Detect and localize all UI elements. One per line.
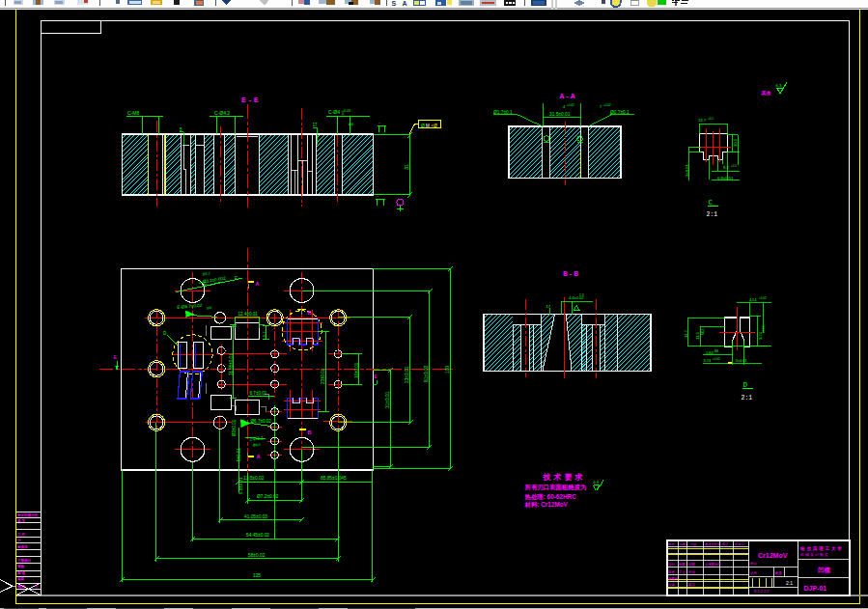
svg-text:+0.1: +0.1: [731, 164, 737, 168]
svg-text:E: E: [204, 282, 207, 287]
svg-text:工艺: 工艺: [679, 570, 686, 574]
svg-text:+0.02: +0.02: [603, 103, 611, 107]
svg-text:标记: 标记: [667, 542, 675, 546]
svg-text:M6: M6: [714, 349, 718, 353]
svg-text:13.5±0.02: 13.5±0.02: [243, 476, 265, 481]
svg-text:7: 7: [600, 105, 602, 109]
svg-text:C: C: [709, 199, 714, 207]
svg-text:S: S: [392, 0, 397, 7]
svg-text:比例: 比例: [750, 571, 757, 575]
svg-text:13.7: 13.7: [698, 118, 707, 123]
svg-text:Ø3±0.01: Ø3±0.01: [232, 419, 237, 436]
svg-text:2:1: 2:1: [786, 580, 793, 586]
svg-text:Cr12MoV: Cr12MoV: [758, 552, 788, 559]
svg-text:Ø6.5: Ø6.5: [253, 443, 261, 448]
svg-text:17: 17: [313, 123, 319, 127]
svg-text:6.7: 6.7: [262, 331, 266, 337]
svg-text:日: 日: [17, 538, 21, 542]
svg-text:A: A: [256, 281, 260, 287]
svg-text:M: M: [426, 124, 430, 128]
svg-text:81±0.02: 81±0.02: [424, 365, 429, 382]
svg-text:E-E: E-E: [241, 96, 260, 104]
svg-text:批准: 批准: [688, 570, 695, 574]
svg-text:校: 校: [34, 585, 39, 589]
svg-text:其余: 其余: [761, 90, 772, 97]
svg-text:1.84: 1.84: [706, 350, 714, 355]
svg-text:12.4±0.01: 12.4±0.01: [238, 312, 259, 317]
svg-text:所有刃口表面粗糙度为: 所有刃口表面粗糙度为: [524, 484, 587, 491]
svg-text:描图: 描图: [688, 563, 695, 567]
svg-text:E: E: [375, 374, 378, 379]
svg-text:M12: M12: [701, 329, 705, 335]
svg-text:41.05±0.03: 41.05±0.03: [244, 514, 267, 519]
svg-text:6.7±0.01: 6.7±0.01: [250, 391, 267, 396]
svg-text:分区: 分区: [690, 542, 697, 546]
svg-text:23±0.01: 23±0.01: [321, 368, 325, 384]
svg-text:+0.1: +0.1: [708, 117, 714, 121]
svg-text:E: E: [235, 276, 238, 281]
svg-text:1.5: 1.5: [579, 293, 584, 297]
svg-text:热处理: 60-62HRC: 热处理: 60-62HRC: [524, 493, 577, 501]
svg-text:2:1: 2:1: [742, 395, 753, 401]
svg-text:底图号: 底图号: [668, 577, 679, 581]
svg-text:签名: 签名: [722, 542, 728, 546]
svg-text:B-B: B-B: [563, 269, 579, 278]
svg-text:31.5±0.01: 31.5±0.01: [549, 112, 571, 117]
svg-text:A: A: [403, 0, 407, 7]
svg-text:3±0.01: 3±0.01: [736, 358, 748, 363]
svg-text:审核: 审核: [668, 570, 675, 574]
svg-text:D: D: [743, 381, 748, 389]
svg-text:14.7: 14.7: [684, 329, 688, 338]
svg-text:~: ~: [377, 195, 378, 199]
svg-text:<Ø: <Ø: [432, 124, 438, 128]
svg-text:3±0.01: 3±0.01: [685, 164, 689, 177]
svg-text:会签: 会签: [16, 577, 25, 581]
svg-text:Ø1.7±0.1: Ø1.7±0.1: [493, 110, 513, 115]
svg-text:54.45±0.02: 54.45±0.02: [246, 533, 269, 538]
svg-text:31: 31: [404, 164, 409, 170]
svg-text:日期: 日期: [668, 583, 675, 587]
svg-text:31±0.01: 31±0.01: [385, 391, 390, 408]
svg-text:主管设计: 主管设计: [16, 558, 32, 563]
svg-text:125: 125: [253, 573, 261, 578]
svg-text:描: 描: [18, 585, 22, 589]
svg-text:6.3: 6.3: [776, 83, 782, 88]
svg-text:5/8: 5/8: [207, 306, 211, 310]
svg-text:标记处数分区: 标记处数分区: [16, 512, 39, 517]
svg-text:100: 100: [445, 366, 450, 374]
svg-text:B: B: [308, 429, 312, 435]
svg-text:58±0.02: 58±0.02: [248, 553, 266, 558]
svg-text:更改文件号: 更改文件号: [705, 542, 721, 546]
svg-text:2:1: 2:1: [707, 211, 718, 218]
svg-text:~: ~: [378, 122, 380, 125]
svg-text:31.85±0.01: 31.85±0.01: [229, 353, 234, 375]
svg-text:C-M8: C-M8: [127, 110, 139, 116]
svg-text:C-Ø4.2: C-Ø4.2: [214, 110, 230, 116]
svg-text:制图: 制图: [679, 563, 686, 567]
svg-text:6.3: 6.3: [594, 480, 600, 484]
svg-text:3.74: 3.74: [704, 358, 713, 363]
svg-text:处数: 处数: [680, 542, 686, 546]
svg-text:85.85±0.045: 85.85±0.045: [321, 476, 347, 481]
svg-text:16±0.01: 16±0.01: [354, 362, 359, 378]
svg-text:+0.02: +0.02: [762, 325, 766, 333]
svg-text:凹模: 凹模: [818, 567, 831, 574]
svg-text:+0.02: +0.02: [713, 357, 720, 361]
svg-text:6.8±0.01: 6.8±0.01: [717, 176, 734, 180]
svg-text:签 字: 签 字: [16, 518, 26, 523]
svg-text:11.9: 11.9: [695, 331, 700, 340]
svg-text:A6: A6: [349, 122, 354, 126]
svg-text:23±0.01: 23±0.01: [405, 366, 409, 383]
svg-text:批 准: 批 准: [16, 570, 26, 575]
svg-text:Ø7.2±0.02: Ø7.2±0.02: [257, 494, 279, 499]
svg-text:签字: 签字: [688, 583, 695, 587]
svg-text:8.2: 8.2: [723, 165, 729, 170]
svg-text:0: 0: [342, 112, 344, 116]
svg-text:材料: Cr12MoV: 材料: Cr12MoV: [524, 501, 569, 509]
svg-text:技术要求: 技术要求: [543, 473, 586, 482]
svg-text:Ø6.7±0.02: Ø6.7±0.02: [251, 419, 272, 424]
svg-text:10.1: 10.1: [733, 138, 738, 147]
svg-text:工 艺: 工 艺: [16, 532, 26, 537]
svg-text:标记: 标记: [749, 562, 757, 566]
svg-text:4: 4: [563, 105, 565, 109]
